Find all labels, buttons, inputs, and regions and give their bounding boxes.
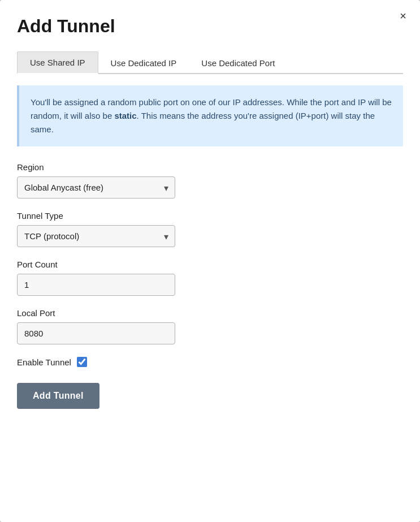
add-tunnel-button[interactable]: Add Tunnel	[17, 383, 99, 409]
port-count-label: Port Count	[17, 260, 403, 269]
region-select[interactable]: Global Anycast (free) US East US West EU…	[17, 176, 175, 199]
info-text-bold: static	[114, 111, 136, 120]
region-select-wrapper: Global Anycast (free) US East US West EU…	[17, 176, 175, 199]
tab-dedicated-ip[interactable]: Use Dedicated IP	[98, 51, 189, 74]
tab-bar: Use Shared IP Use Dedicated IP Use Dedic…	[17, 50, 403, 74]
tab-dedicated-port[interactable]: Use Dedicated Port	[189, 51, 287, 74]
local-port-group: Local Port	[17, 308, 403, 344]
enable-tunnel-label: Enable Tunnel	[17, 357, 71, 367]
local-port-label: Local Port	[17, 308, 403, 318]
tunnel-type-select[interactable]: TCP (protocol) UDP (protocol) HTTP HTTPS	[17, 225, 175, 247]
enable-tunnel-row: Enable Tunnel	[17, 357, 403, 367]
port-count-group: Port Count	[17, 260, 403, 296]
modal-title: Add Tunnel	[17, 16, 403, 37]
modal-container: × Add Tunnel Use Shared IP Use Dedicated…	[0, 0, 420, 522]
tab-shared-ip[interactable]: Use Shared IP	[17, 51, 98, 74]
tunnel-type-label: Tunnel Type	[17, 211, 403, 221]
port-count-input[interactable]	[17, 274, 175, 296]
region-group: Region Global Anycast (free) US East US …	[17, 162, 403, 199]
region-label: Region	[17, 162, 403, 172]
tunnel-type-group: Tunnel Type TCP (protocol) UDP (protocol…	[17, 211, 403, 247]
info-box: You'll be assigned a random public port …	[17, 85, 403, 146]
local-port-input[interactable]	[17, 322, 175, 344]
close-button[interactable]: ×	[396, 8, 410, 24]
tunnel-type-select-wrapper: TCP (protocol) UDP (protocol) HTTP HTTPS	[17, 225, 175, 247]
enable-tunnel-checkbox[interactable]	[77, 357, 87, 367]
